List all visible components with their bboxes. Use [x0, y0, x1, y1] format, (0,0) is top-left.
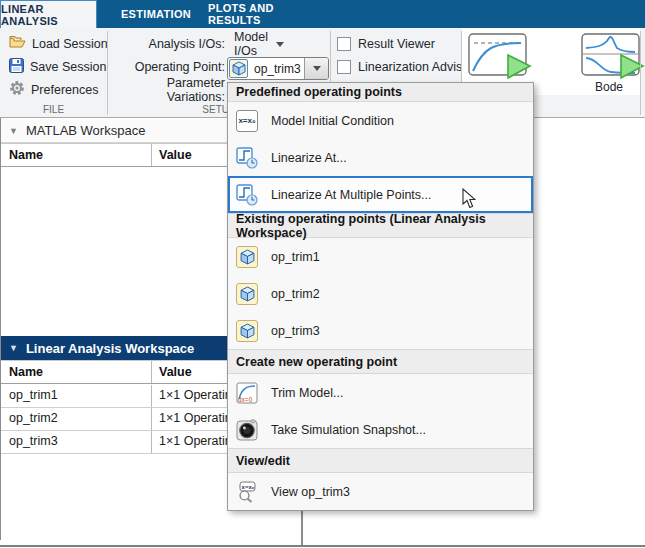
column-divider: [151, 431, 152, 453]
value-column-header: Value: [159, 148, 192, 162]
panel-left-border: [0, 118, 1, 540]
linear-analysis-workspace-title: Linear Analysis Workspace: [26, 341, 194, 356]
menu-item-linearize-at[interactable]: Linearize At...: [228, 139, 533, 176]
result-viewer-label: Result Viewer: [358, 37, 435, 51]
gear-icon: [9, 80, 25, 99]
name-column-header: Name: [9, 365, 43, 379]
collapse-triangle-icon[interactable]: ▼: [9, 343, 18, 353]
save-session-button[interactable]: Save Session: [5, 56, 110, 77]
toolstrip-tabbar: LINEAR ANALYSIS ESTIMATION PLOTS AND RES…: [0, 0, 645, 28]
menu-section-header: Create new operating point: [228, 349, 533, 374]
operating-point-cube-icon: [236, 246, 258, 268]
chevron-down-icon: [276, 42, 284, 47]
menu-item-label: op_trim3: [271, 324, 320, 338]
menu-section-header: Existing operating points (Linear Analys…: [228, 213, 533, 238]
load-session-label: Load Session: [32, 37, 108, 51]
preferences-label: Preferences: [31, 83, 98, 97]
toolbar-separator: [640, 31, 641, 115]
menu-item-trim-model[interactable]: dx=0 Trim Model...: [228, 374, 533, 411]
name-column-header: Name: [9, 148, 43, 162]
menu-item-label: Take Simulation Snapshot...: [271, 423, 426, 437]
step-plot-icon: [468, 33, 544, 81]
save-icon: [9, 58, 24, 76]
operating-point-menu: Predefined operating points x=x₀ Model I…: [227, 82, 534, 511]
linearize-at-icon: [236, 147, 258, 169]
linearization-advisor-label: Linearization Advisor: [358, 60, 473, 74]
menu-item-label: View op_trim3: [271, 485, 350, 499]
bode-plot-label: Bode: [577, 80, 641, 94]
operating-point-cube-icon: [236, 320, 258, 342]
collapse-triangle-icon[interactable]: ▼: [9, 126, 18, 136]
menu-item-op-trim1[interactable]: op_trim1: [228, 238, 533, 275]
mouse-cursor: [462, 188, 476, 209]
row-name: op_trim1: [9, 388, 58, 402]
menu-item-label: Linearize At...: [271, 151, 347, 165]
analysis-ios-label: Analysis I/Os:: [107, 37, 225, 51]
column-divider[interactable]: [151, 144, 152, 166]
menu-section-header: Predefined operating points: [228, 83, 533, 102]
menu-item-op-trim2[interactable]: op_trim2: [228, 275, 533, 312]
camera-snapshot-icon: [236, 419, 258, 441]
menu-item-label: op_trim1: [271, 250, 320, 264]
row-name: op_trim3: [9, 434, 58, 448]
svg-text:dx=0: dx=0: [238, 395, 253, 402]
operating-point-cube-icon: [236, 283, 258, 305]
load-session-button[interactable]: Load Session: [5, 33, 112, 54]
menu-section-header: View/edit: [228, 448, 533, 473]
operating-point-cube-icon: [229, 59, 248, 78]
linearization-advisor-checkbox[interactable]: [337, 60, 351, 74]
chevron-down-icon: [313, 66, 321, 71]
bode-plot-button[interactable]: [581, 33, 645, 85]
save-session-label: Save Session: [30, 60, 106, 74]
bottom-divider: [0, 545, 645, 547]
file-section-label: FILE: [0, 104, 107, 115]
bode-plot-icon: [581, 33, 645, 81]
operating-point-label: Operating Point:: [107, 60, 225, 74]
menu-item-linearize-at-multiple-points[interactable]: Linearize At Multiple Points...: [228, 176, 533, 213]
column-divider: [151, 408, 152, 430]
step-plot-button[interactable]: [468, 33, 544, 85]
result-viewer-checkbox[interactable]: [337, 37, 351, 51]
linear-analysis-tool-window: LINEAR ANALYSIS ESTIMATION PLOTS AND RES…: [0, 0, 645, 548]
view-operating-point-icon: x=x₀: [236, 481, 258, 503]
folder-open-icon: [9, 35, 26, 52]
analysis-ios-dropdown[interactable]: Model I/Os: [234, 30, 284, 58]
analysis-ios-value: Model I/Os: [234, 30, 268, 58]
menu-item-model-initial-condition[interactable]: x=x₀ Model Initial Condition: [228, 102, 533, 139]
operating-point-value: op_trim3: [248, 62, 304, 76]
preferences-button[interactable]: Preferences: [5, 79, 102, 100]
tab-plots-and-results[interactable]: PLOTS AND RESULTS: [208, 0, 326, 28]
svg-text:x=x₀: x=x₀: [242, 484, 255, 490]
operating-point-dropdown-arrow[interactable]: [304, 58, 328, 79]
column-divider: [151, 385, 152, 407]
model-initial-condition-icon: x=x₀: [236, 110, 258, 132]
matlab-workspace-title: MATLAB Workspace: [26, 123, 145, 138]
column-divider[interactable]: [151, 361, 152, 383]
menu-item-take-simulation-snapshot[interactable]: Take Simulation Snapshot...: [228, 411, 533, 448]
menu-item-label: Trim Model...: [271, 386, 343, 400]
tab-estimation[interactable]: ESTIMATION: [112, 0, 200, 28]
parameter-variations-label: Parameter Variations:: [107, 76, 225, 104]
menu-item-view-op-trim3[interactable]: x=x₀ View op_trim3: [228, 473, 533, 510]
result-viewer-option[interactable]: Result Viewer: [337, 37, 435, 51]
linearize-at-icon: [236, 184, 258, 206]
menu-item-op-trim3[interactable]: op_trim3: [228, 312, 533, 349]
trim-model-icon: dx=0: [236, 382, 258, 404]
menu-item-label: op_trim2: [271, 287, 320, 301]
row-name: op_trim2: [9, 411, 58, 425]
menu-item-label: Linearize At Multiple Points...: [271, 188, 432, 202]
value-column-header: Value: [159, 365, 192, 379]
tab-linear-analysis[interactable]: LINEAR ANALYSIS: [0, 0, 97, 28]
operating-point-dropdown[interactable]: op_trim3: [227, 57, 329, 80]
menu-item-label: Model Initial Condition: [271, 114, 394, 128]
linearization-advisor-option[interactable]: Linearization Advisor: [337, 60, 473, 74]
